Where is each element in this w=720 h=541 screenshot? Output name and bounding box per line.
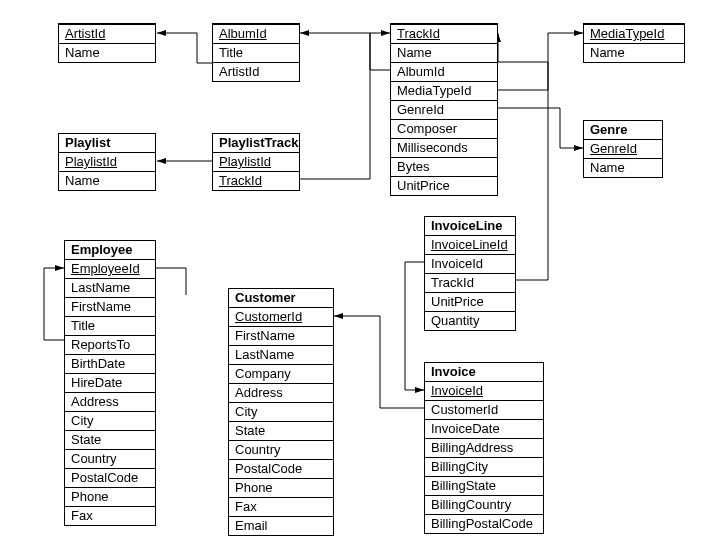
field: Title xyxy=(213,43,299,62)
field: Composer xyxy=(391,119,497,138)
field: PostalCode xyxy=(229,459,333,478)
field: BillingAddress xyxy=(425,438,543,457)
field-pk: AlbumId xyxy=(213,24,299,43)
field: PostalCode xyxy=(65,468,155,487)
field: State xyxy=(229,421,333,440)
field: MediaTypeId xyxy=(391,81,497,100)
field: FirstName xyxy=(65,297,155,316)
field: Title xyxy=(65,316,155,335)
field: CustomerId xyxy=(425,400,543,419)
field: Fax xyxy=(229,497,333,516)
entity-invoiceline: InvoiceLine InvoiceLineId InvoiceId Trac… xyxy=(424,216,516,331)
field: Name xyxy=(584,43,684,62)
field-pk: EmployeeId xyxy=(65,259,155,278)
field: InvoiceId xyxy=(425,254,515,273)
field-pk: PlaylistId xyxy=(59,152,155,171)
field: Quantity xyxy=(425,311,515,330)
entity-title: Customer xyxy=(229,289,333,307)
entity-track: TrackId Name AlbumId MediaTypeId GenreId… xyxy=(390,23,498,196)
field-pk: PlaylistId xyxy=(213,152,299,171)
entity-invoice: Invoice InvoiceId CustomerId InvoiceDate… xyxy=(424,362,544,534)
field: City xyxy=(65,411,155,430)
entity-title: Genre xyxy=(584,121,662,139)
field: City xyxy=(229,402,333,421)
field-pk: ArtistId xyxy=(59,24,155,43)
entity-genre: Genre GenreId Name xyxy=(583,120,663,178)
entity-playlisttrack: PlaylistTrack PlaylistId TrackId xyxy=(212,133,300,191)
field: ArtistId xyxy=(213,62,299,81)
entity-title: PlaylistTrack xyxy=(213,134,299,152)
field: BillingCity xyxy=(425,457,543,476)
field: Phone xyxy=(229,478,333,497)
entity-mediatype: MediaTypeId Name xyxy=(583,23,685,63)
field: TrackId xyxy=(425,273,515,292)
field-pk: InvoiceId xyxy=(425,381,543,400)
field: Fax xyxy=(65,506,155,525)
field: Name xyxy=(59,43,155,62)
field: BillingPostalCode xyxy=(425,514,543,533)
field-pk: TrackId xyxy=(213,171,299,190)
field: UnitPrice xyxy=(425,292,515,311)
field: Bytes xyxy=(391,157,497,176)
field: Address xyxy=(65,392,155,411)
entity-title: InvoiceLine xyxy=(425,217,515,235)
field: Name xyxy=(59,171,155,190)
entity-album: AlbumId Title ArtistId xyxy=(212,23,300,82)
entity-playlist: Playlist PlaylistId Name xyxy=(58,133,156,191)
field: State xyxy=(65,430,155,449)
field: AlbumId xyxy=(391,62,497,81)
field: Company xyxy=(229,364,333,383)
entity-title: Playlist xyxy=(59,134,155,152)
field: Name xyxy=(584,158,662,177)
field: InvoiceDate xyxy=(425,419,543,438)
field-pk: GenreId xyxy=(584,139,662,158)
field-pk: CustomerId xyxy=(229,307,333,326)
field: ReportsTo xyxy=(65,335,155,354)
field: Country xyxy=(65,449,155,468)
field: BillingCountry xyxy=(425,495,543,514)
field: BirthDate xyxy=(65,354,155,373)
field: LastName xyxy=(229,345,333,364)
field-pk: MediaTypeId xyxy=(584,24,684,43)
entity-title: Invoice xyxy=(425,363,543,381)
field: Phone xyxy=(65,487,155,506)
field-pk: InvoiceLineId xyxy=(425,235,515,254)
entity-title: Employee xyxy=(65,241,155,259)
field: HireDate xyxy=(65,373,155,392)
field: Name xyxy=(391,43,497,62)
field: Address xyxy=(229,383,333,402)
field: UnitPrice xyxy=(391,176,497,195)
entity-artist: ArtistId Name xyxy=(58,23,156,63)
field: BillingState xyxy=(425,476,543,495)
field-pk: TrackId xyxy=(391,24,497,43)
field: Country xyxy=(229,440,333,459)
entity-employee: Employee EmployeeId LastName FirstName T… xyxy=(64,240,156,526)
field: LastName xyxy=(65,278,155,297)
field: Milliseconds xyxy=(391,138,497,157)
field: Email xyxy=(229,516,333,535)
field: GenreId xyxy=(391,100,497,119)
entity-customer: Customer CustomerId FirstName LastName C… xyxy=(228,288,334,536)
field: FirstName xyxy=(229,326,333,345)
